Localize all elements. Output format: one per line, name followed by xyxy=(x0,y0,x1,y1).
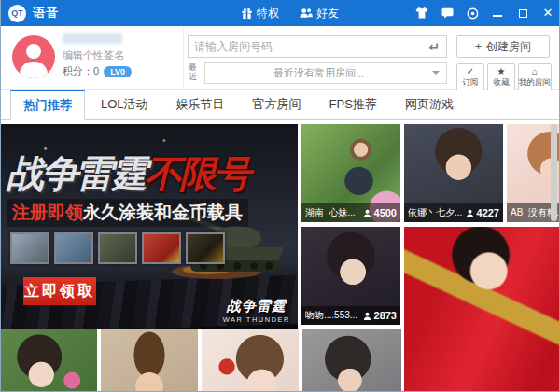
plus-icon: + xyxy=(475,40,482,53)
star-icon: ★ xyxy=(497,66,506,77)
room-name: 依娜丶七夕... xyxy=(408,206,462,219)
banner-title-main: 战争雷霆 xyxy=(7,153,145,194)
avatar[interactable] xyxy=(12,35,55,78)
friends-label: 好友 xyxy=(316,6,339,21)
room-name: 吻吻....553... xyxy=(305,309,357,322)
tab-lol-events[interactable]: LOL活动 xyxy=(89,90,161,119)
room-tile[interactable] xyxy=(302,329,401,391)
points-row: 积分：0 LV0 xyxy=(63,64,132,78)
points-text: 积分：0 xyxy=(63,64,99,78)
privilege-label: 特权 xyxy=(257,6,279,21)
viewer-icon xyxy=(466,209,474,217)
friends-icon xyxy=(300,7,313,19)
room-tile-label: 依娜丶七夕... 4227 xyxy=(404,203,503,222)
banner-subtitle-rest: 永久涂装和金币载具 xyxy=(83,203,243,222)
gift-icon xyxy=(241,7,253,20)
maximize-icon xyxy=(519,9,527,18)
privilege-button[interactable]: 特权 xyxy=(241,6,279,21)
viewer-icon xyxy=(363,312,371,320)
room-tile[interactable] xyxy=(404,227,559,391)
titlebar-menu: 特权 好友 xyxy=(241,0,339,26)
room-number-input-box: ↵ xyxy=(188,35,447,58)
skin-button[interactable] xyxy=(415,7,428,20)
message-icon xyxy=(441,7,454,19)
my-room-button[interactable]: ⌂ 我的房间 xyxy=(518,63,552,91)
create-room-button[interactable]: + 创建房间 xyxy=(456,35,550,58)
target-button[interactable] xyxy=(466,7,479,20)
banner-title: 战争雷霆不限号 xyxy=(7,148,248,200)
room-tile[interactable]: 依娜丶七夕... 4227 xyxy=(404,124,503,222)
subscribe-button[interactable]: ✓ 订阅 xyxy=(456,63,484,91)
avatar-head-shape xyxy=(26,44,41,59)
tab-web-games[interactable]: 网页游戏 xyxy=(393,90,466,119)
target-icon xyxy=(467,7,479,20)
reward-thumbnail xyxy=(142,232,181,264)
signature-edit-link[interactable]: 编辑个性签名 xyxy=(63,49,124,63)
war-thunder-logo-cn: 战争雷霆 xyxy=(223,298,290,315)
banner-title-accent: 不限号 xyxy=(145,153,248,194)
tab-hot-recommend[interactable]: 热门推荐 xyxy=(10,90,85,120)
app-name: 语音 xyxy=(33,5,59,21)
favorite-label: 收藏 xyxy=(494,77,510,89)
room-tile[interactable]: 吻吻....553... 2873 xyxy=(301,227,400,325)
app-window: QT 语音 特权 好友 xyxy=(0,0,560,392)
app-logo: QT 语音 xyxy=(8,5,59,22)
claim-button[interactable]: 立即领取 xyxy=(23,277,96,305)
banner-subtitle-accent: 注册即领 xyxy=(12,203,83,222)
viewer-count: 4500 xyxy=(374,207,397,218)
user-info-panel: 编辑个性签名 积分：0 LV0 xyxy=(1,26,184,90)
viewer-count: 2873 xyxy=(374,310,397,321)
avatar-body-shape xyxy=(20,62,48,78)
room-tile[interactable] xyxy=(1,329,97,391)
favorite-button[interactable]: ★ 收藏 xyxy=(487,63,515,91)
recent-label: 最近 xyxy=(189,63,200,81)
tab-fps-recommend[interactable]: FPS推荐 xyxy=(317,90,389,119)
room-tile-label: 吻吻....553... 2873 xyxy=(301,306,400,325)
room-tile[interactable] xyxy=(101,329,198,391)
titlebar-controls: ✕ xyxy=(415,0,554,26)
message-button[interactable] xyxy=(441,7,454,20)
check-icon: ✓ xyxy=(467,66,474,77)
qt-logo-icon: QT xyxy=(8,5,26,22)
viewer-count: 4227 xyxy=(477,207,499,218)
reward-thumbnail xyxy=(98,232,137,264)
scrollbar-thumb[interactable] xyxy=(551,124,557,221)
maximize-button[interactable] xyxy=(516,7,529,20)
minimize-icon xyxy=(493,15,502,17)
promo-banner[interactable]: 战争雷霆不限号 注册即领永久涂装和金币载具 立即领取 战争雷霆 WAR THUN… xyxy=(1,124,298,329)
tab-entertainment[interactable]: 娱乐节目 xyxy=(164,90,237,119)
create-room-label: 创建房间 xyxy=(486,39,531,55)
close-button[interactable]: ✕ xyxy=(541,7,554,20)
category-tabbar: 热门推荐 LOL活动 娱乐节目 官方房间 FPS推荐 网页游戏 xyxy=(1,90,559,120)
room-name: 湖南_心妹... xyxy=(305,206,356,219)
chevron-down-icon xyxy=(432,71,440,78)
tab-official-rooms[interactable]: 官方房间 xyxy=(241,90,314,119)
close-icon: ✕ xyxy=(543,7,553,20)
war-thunder-logo-en: WAR THUNDER xyxy=(223,315,290,324)
banner-subtitle: 注册即领永久涂装和金币载具 xyxy=(7,199,248,227)
reward-thumbnail xyxy=(186,232,225,264)
my-room-label: 我的房间 xyxy=(519,77,551,89)
banner-thumbnails xyxy=(10,232,225,264)
level-badge: LV0 xyxy=(104,66,132,77)
viewer-icon xyxy=(363,209,371,217)
viewer-count-wrap: 4227 xyxy=(466,207,499,218)
recent-empty-text: 最近没有常用房间... xyxy=(205,66,432,80)
room-tile[interactable] xyxy=(202,329,299,391)
room-tile[interactable]: 湖南_心妹... 4500 xyxy=(301,124,400,222)
enter-icon[interactable]: ↵ xyxy=(428,39,446,54)
user-toolbar: 编辑个性签名 积分：0 LV0 ↵ 最近 最近没有常用房间... + 创建房间 … xyxy=(1,26,559,90)
reward-thumbnail xyxy=(10,232,49,264)
war-thunder-logo: 战争雷霆 WAR THUNDER xyxy=(223,298,290,324)
room-number-input[interactable] xyxy=(189,40,428,53)
skin-icon xyxy=(415,7,428,19)
friends-button[interactable]: 好友 xyxy=(300,6,339,21)
titlebar: QT 语音 特权 好友 xyxy=(0,0,560,26)
reward-thumbnail xyxy=(54,232,93,264)
recent-rooms-dropdown[interactable]: 最近没有常用房间... xyxy=(204,62,447,84)
username-blurred xyxy=(63,33,122,44)
minimize-button[interactable] xyxy=(491,7,504,20)
viewer-count-wrap: 2873 xyxy=(363,310,397,321)
subscribe-label: 订阅 xyxy=(463,77,479,89)
home-icon: ⌂ xyxy=(532,66,538,77)
